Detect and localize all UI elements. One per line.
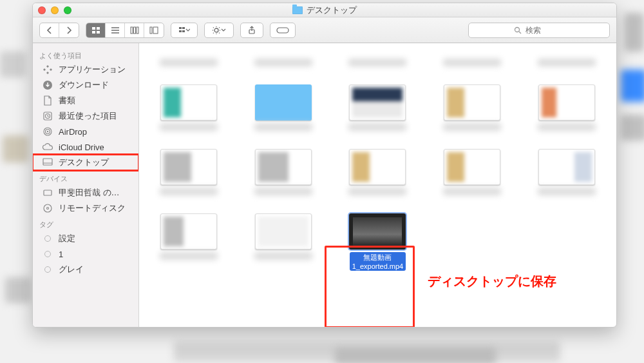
svg-point-16 <box>214 28 218 32</box>
file-item[interactable] <box>433 149 511 195</box>
window-title-text: デスクトップ <box>307 5 357 16</box>
close-button[interactable] <box>38 6 46 14</box>
file-item[interactable] <box>433 51 511 66</box>
file-item[interactable] <box>528 51 605 66</box>
file-caption <box>160 59 218 66</box>
gallery-view-button[interactable] <box>144 23 164 37</box>
arrange-button[interactable] <box>171 23 197 37</box>
tag-dot-icon <box>42 233 53 244</box>
file-item[interactable] <box>528 149 605 195</box>
svg-rect-29 <box>44 190 52 195</box>
sidebar-item-desktop[interactable]: デスクトップ <box>33 155 138 170</box>
file-item[interactable] <box>339 51 416 66</box>
svg-rect-9 <box>137 27 138 34</box>
column-view-button[interactable] <box>125 23 144 37</box>
file-item[interactable] <box>150 84 227 131</box>
file-caption <box>348 123 406 131</box>
zoom-button[interactable] <box>64 6 71 14</box>
sidebar-item-remotedisc[interactable]: リモートディスク <box>33 201 138 216</box>
search-box[interactable] <box>468 23 610 38</box>
view-mode-buttons <box>86 23 164 38</box>
arrange-group <box>171 23 198 38</box>
sidebar-item-airdrop[interactable]: AirDrop <box>33 124 138 139</box>
file-caption <box>538 123 596 131</box>
download-icon <box>42 79 53 91</box>
svg-rect-18 <box>277 28 289 33</box>
sidebar-item-documents[interactable]: 書類 <box>33 93 138 108</box>
icon-grid: 無題動画 1_exported.mp4 <box>147 51 609 271</box>
sidebar-header-devices: デバイス <box>33 170 138 185</box>
action-group <box>204 23 234 38</box>
file-caption <box>160 252 218 260</box>
file-item[interactable] <box>150 51 227 66</box>
file-caption <box>254 252 312 260</box>
sidebar-item-downloads[interactable]: ダウンロード <box>33 77 138 93</box>
svg-line-20 <box>519 32 521 34</box>
search-input[interactable] <box>526 26 564 35</box>
svg-rect-10 <box>150 27 152 34</box>
window-title: デスクトップ <box>33 3 616 17</box>
svg-rect-12 <box>179 27 182 29</box>
sidebar-header-favorites: よく使う項目 <box>33 47 138 62</box>
file-item[interactable] <box>245 149 322 195</box>
sidebar-item-label: AirDrop <box>59 127 87 137</box>
file-item[interactable] <box>245 84 322 131</box>
file-caption <box>538 188 596 195</box>
file-item[interactable] <box>150 213 227 260</box>
sidebar-item-recents[interactable]: 最近使った項目 <box>33 108 138 124</box>
folder-icon <box>255 84 312 121</box>
minimize-button[interactable] <box>51 6 59 14</box>
action-button[interactable] <box>205 23 233 37</box>
disc-icon <box>42 202 53 214</box>
sidebar-item-applications[interactable]: アプリケーション <box>33 62 138 77</box>
svg-rect-11 <box>153 27 158 34</box>
video-thumbnail <box>349 213 406 250</box>
sidebar-item-icloud[interactable]: iCloud Drive <box>33 139 138 155</box>
file-caption <box>538 59 596 66</box>
file-item[interactable] <box>245 51 322 66</box>
icon-view-button[interactable] <box>86 23 106 37</box>
finder-window: デスクトップ <box>32 3 617 328</box>
sidebar-item-label: 設定 <box>59 233 75 244</box>
svg-rect-8 <box>133 27 135 34</box>
tags-button[interactable] <box>270 23 296 38</box>
sidebar-item-tag-settings[interactable]: 設定 <box>33 231 138 246</box>
file-item[interactable] <box>339 84 416 131</box>
content-area[interactable]: 無題動画 1_exported.mp4 ディスクトップに保存 <box>139 43 616 327</box>
file-item[interactable] <box>245 213 322 260</box>
svg-rect-1 <box>97 27 100 30</box>
sidebar-header-tags: タグ <box>33 216 138 231</box>
sidebar-item-label: 1 <box>59 250 63 259</box>
tag-dot-icon <box>42 248 53 260</box>
svg-rect-7 <box>131 27 133 34</box>
svg-rect-0 <box>92 27 95 30</box>
file-caption <box>348 59 406 66</box>
file-item[interactable] <box>433 84 511 131</box>
annotation-text: ディスクトップに保存 <box>428 273 556 290</box>
sidebar-item-label: アプリケーション <box>59 64 126 75</box>
share-button[interactable] <box>240 23 263 38</box>
apps-icon <box>42 64 53 75</box>
back-button[interactable] <box>40 23 59 37</box>
sidebar-item-localdisk[interactable]: 甲斐田哲哉 の… <box>33 185 138 201</box>
airdrop-icon <box>42 126 53 137</box>
sidebar-item-label: 書類 <box>59 95 75 106</box>
sidebar-item-tag-1[interactable]: 1 <box>33 246 138 262</box>
file-item-selected[interactable]: 無題動画 1_exported.mp4 <box>339 213 416 271</box>
file-caption <box>443 123 501 131</box>
file-caption <box>254 59 312 66</box>
list-view-button[interactable] <box>106 23 125 37</box>
sidebar-item-label: iCloud Drive <box>59 142 104 152</box>
sidebar: よく使う項目 アプリケーション ダウンロード 書類 <box>33 43 139 327</box>
file-item[interactable] <box>528 84 605 131</box>
forward-button[interactable] <box>59 23 79 37</box>
file-item[interactable] <box>339 149 416 195</box>
svg-rect-27 <box>43 159 52 165</box>
file-item[interactable] <box>150 149 227 195</box>
search-icon <box>514 26 522 34</box>
svg-rect-3 <box>97 31 100 34</box>
sidebar-item-tag-gray[interactable]: グレイ <box>33 262 138 277</box>
clock-icon <box>42 110 53 122</box>
folder-icon <box>292 6 303 14</box>
sidebar-item-label: 甲斐田哲哉 の… <box>59 187 120 199</box>
